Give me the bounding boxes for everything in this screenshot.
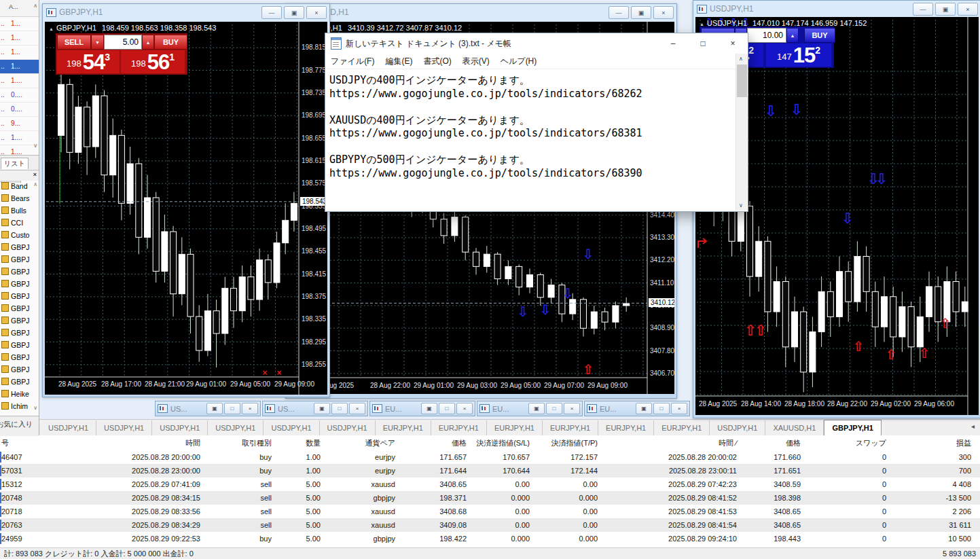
chart-tab[interactable]: USDJPY,H1 xyxy=(208,420,264,436)
buy-button[interactable]: BUY xyxy=(154,35,187,50)
chart-area-gbpjpy[interactable]: ×× ▲GBPJPY,H1198.459 198.563 198.358 198… xyxy=(45,22,327,395)
maximize-icon[interactable]: □ xyxy=(653,403,670,414)
notepad-window[interactable]: 新しいテキスト ドキュメント (3).txt - メモ帳 – □ × ファイル(… xyxy=(325,33,748,212)
chart-tab[interactable]: USDJPY,H1 xyxy=(320,420,376,436)
table-row[interactable]: 249592025.08.29 09:22:53buy5.00gbpjpy198… xyxy=(0,532,980,545)
volume-input[interactable]: 5.00 xyxy=(104,35,142,50)
scrollbar[interactable]: ∧ ∨ xyxy=(736,54,748,211)
spinner-up-icon[interactable]: ▲ xyxy=(142,35,154,50)
restore-icon[interactable]: ▣ xyxy=(935,3,956,16)
close-icon[interactable]: × xyxy=(33,171,37,178)
window-titlebar[interactable]: USDJPY,H1 — ▣ × xyxy=(693,1,980,17)
column-header[interactable]: 時間 xyxy=(58,435,206,450)
menu-file[interactable]: ファイル(F) xyxy=(325,56,380,67)
menu-format[interactable]: 書式(O) xyxy=(418,56,456,67)
maximize-icon[interactable]: □ xyxy=(439,403,455,414)
navigator-item[interactable]: GBPJ xyxy=(0,363,39,376)
scroll-down-icon[interactable]: ∨ xyxy=(739,202,743,209)
navigator-item[interactable]: GBPJ xyxy=(0,241,39,253)
ask-price[interactable]: 198561 xyxy=(121,50,185,73)
chart-window-gbpjpy[interactable]: GBPJPY,H1 — ▣ × ×× ▲GBPJPY,H1198.459 198… xyxy=(42,3,330,397)
restore-icon[interactable]: ▣ xyxy=(206,403,223,414)
navigator-item[interactable]: GBPJ xyxy=(0,351,39,363)
minimized-chart-window[interactable]: EU...▣□× xyxy=(477,401,583,416)
chevron-down-icon[interactable]: ▼ xyxy=(91,35,104,50)
bid-price[interactable]: 198543 xyxy=(57,50,120,73)
chart-tab[interactable]: USDJPY,H1 xyxy=(41,420,96,436)
chart-tab[interactable]: EURJPY,H1 xyxy=(487,420,543,436)
chart-tab[interactable]: USDJPY,H1 xyxy=(96,420,152,436)
minimized-chart-window[interactable]: US...▣□× xyxy=(155,401,261,416)
favorites-tab[interactable]: お気に入り xyxy=(0,416,39,436)
menu-edit[interactable]: 編集(E) xyxy=(380,56,418,67)
chart-tab[interactable]: XAUUSD,H1 xyxy=(765,420,824,436)
close-icon[interactable]: × xyxy=(671,403,687,414)
close-icon[interactable]: × xyxy=(958,3,978,16)
volume-input[interactable]: 10.00 xyxy=(747,28,786,43)
spinner-up-icon[interactable]: ▲ xyxy=(786,28,799,43)
close-icon[interactable]: × xyxy=(242,403,258,414)
column-header-ask[interactable]: A... xyxy=(9,3,18,10)
sell-button[interactable]: SELL xyxy=(57,35,91,50)
chart-tab[interactable]: USDJPY,H1 xyxy=(264,420,319,436)
tab-scroll-icon[interactable]: ◂ xyxy=(971,422,975,430)
notepad-titlebar[interactable]: 新しいテキスト ドキュメント (3).txt - メモ帳 – □ × xyxy=(325,33,748,54)
restore-icon[interactable]: ▣ xyxy=(631,6,651,19)
navigator-item[interactable]: GBPJ xyxy=(0,278,39,290)
column-header[interactable]: 数量 xyxy=(277,435,326,450)
maximize-icon[interactable]: □ xyxy=(546,403,562,414)
navigator-item[interactable]: GBPJ xyxy=(0,327,39,339)
scroll-down-icon[interactable]: ∨ xyxy=(33,405,37,411)
chart-tab[interactable]: USDJPY,H1 xyxy=(152,420,208,436)
scroll-down-icon[interactable]: ∨ xyxy=(33,143,37,149)
close-icon[interactable]: × xyxy=(349,403,365,414)
table-row[interactable]: 464072025.08.28 20:00:00buy1.00eurjpy171… xyxy=(0,450,980,464)
watch-row[interactable]: ..1... xyxy=(0,17,39,31)
minimized-chart-window[interactable]: EU...▣□× xyxy=(369,401,475,416)
table-row[interactable]: 207632025.08.29 08:34:29sell5.00xauusd34… xyxy=(0,518,980,532)
notepad-text[interactable]: USDJPYの400円インジケーターあります。https://www.gogoj… xyxy=(329,74,723,180)
chart-tab-active[interactable]: GBPJPY,H1 xyxy=(824,420,882,437)
column-header[interactable]: 号 xyxy=(0,435,58,450)
chart-tab[interactable]: EURJPY,H1 xyxy=(598,420,654,436)
navigator-item[interactable]: GBPJ xyxy=(0,302,39,314)
navigator-item[interactable]: Heike xyxy=(0,388,39,400)
close-icon[interactable]: × xyxy=(456,403,473,414)
column-header[interactable]: 価格 xyxy=(401,435,472,450)
restore-icon[interactable]: ▣ xyxy=(636,403,652,414)
navigator-item[interactable]: GBPJ xyxy=(0,253,39,266)
table-row[interactable]: 570312025.08.28 23:00:00buy1.00eurjpy171… xyxy=(0,464,980,477)
close-icon[interactable]: × xyxy=(653,6,674,19)
column-header[interactable]: 通貨ペア xyxy=(326,435,401,450)
column-header[interactable]: 損益 xyxy=(892,435,977,450)
navigator-item[interactable]: Bears xyxy=(0,192,39,204)
column-header[interactable]: 価格 xyxy=(742,435,806,450)
column-header[interactable]: 決済逆指値(S/L) xyxy=(472,435,535,450)
navigator-item[interactable]: GBPJ xyxy=(0,376,39,388)
column-header[interactable]: 時間 ∕ xyxy=(603,435,742,450)
menu-view[interactable]: 表示(V) xyxy=(457,56,495,67)
navigator-item[interactable]: GBPJ xyxy=(0,314,39,327)
minimize-icon[interactable]: — xyxy=(609,6,629,19)
maximize-icon[interactable]: □ xyxy=(331,403,348,414)
watch-row[interactable]: ..1... xyxy=(0,46,39,60)
minimize-icon[interactable]: — xyxy=(261,6,282,19)
chart-tab[interactable]: EURJPY,H1 xyxy=(376,420,431,436)
restore-icon[interactable]: ▣ xyxy=(314,403,330,414)
watch-row[interactable]: ..1.... xyxy=(0,74,39,88)
chart-tab[interactable]: EURJPY,H1 xyxy=(654,420,710,436)
close-icon[interactable]: × xyxy=(564,403,580,414)
chart-tab[interactable]: EURJPY,H1 xyxy=(431,420,487,436)
gbpjpy-chart-canvas[interactable]: ×× xyxy=(45,22,327,395)
navigator-item[interactable]: GBPJ xyxy=(0,339,39,351)
watch-row[interactable]: ..9... xyxy=(0,117,39,131)
buy-button[interactable]: BUY xyxy=(804,28,835,43)
tab-list[interactable]: リスト xyxy=(1,158,29,169)
watch-row[interactable]: ..1... xyxy=(0,31,39,46)
table-row[interactable]: 207482025.08.29 08:34:15sell5.00gbpjpy19… xyxy=(0,491,980,505)
chart-tab[interactable]: EURJPY,H1 xyxy=(543,420,598,436)
column-header[interactable]: 取引種別 xyxy=(206,435,277,450)
maximize-icon[interactable]: □ xyxy=(224,403,240,414)
scroll-up-icon[interactable]: ∧ xyxy=(739,56,743,62)
navigator-item[interactable]: CCI xyxy=(0,217,39,229)
